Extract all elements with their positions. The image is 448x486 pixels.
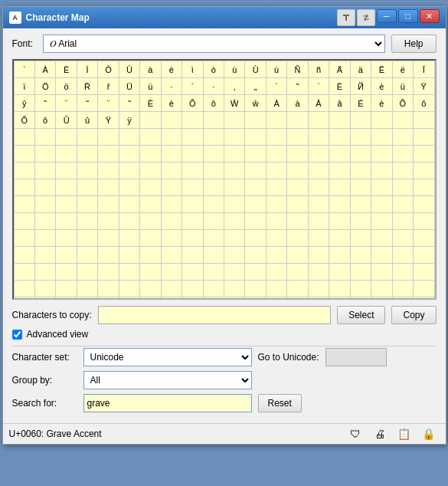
char-cell[interactable]: È	[329, 78, 350, 95]
char-cell[interactable]: ,	[224, 78, 245, 95]
char-cell[interactable]	[371, 264, 392, 281]
char-cell[interactable]	[371, 196, 392, 213]
char-cell[interactable]	[98, 146, 119, 163]
char-cell[interactable]	[267, 129, 287, 146]
char-cell[interactable]	[329, 146, 350, 163]
char-cell[interactable]	[162, 281, 182, 297]
char-cell[interactable]	[245, 163, 266, 179]
char-cell[interactable]	[371, 247, 392, 264]
char-cell[interactable]	[162, 297, 182, 298]
char-cell[interactable]	[414, 163, 434, 179]
char-cell[interactable]	[56, 146, 77, 163]
char-cell[interactable]: `	[15, 61, 35, 78]
char-cell[interactable]	[140, 163, 161, 179]
char-cell[interactable]: ŵ	[245, 95, 266, 112]
char-cell[interactable]	[414, 129, 434, 146]
char-cell[interactable]	[351, 179, 371, 196]
char-cell[interactable]	[371, 179, 392, 196]
char-cell[interactable]: è	[162, 61, 182, 78]
char-cell[interactable]	[224, 213, 245, 230]
char-cell[interactable]	[245, 146, 266, 163]
char-cell[interactable]: À	[267, 95, 287, 112]
char-cell[interactable]: `	[182, 78, 203, 95]
char-cell[interactable]: Ô	[182, 95, 203, 112]
copy-button[interactable]: Copy	[391, 306, 436, 324]
char-cell[interactable]	[329, 213, 350, 230]
char-cell[interactable]	[329, 230, 350, 247]
close-button[interactable]: ✕	[420, 9, 440, 23]
char-cell[interactable]	[162, 264, 182, 281]
char-cell[interactable]	[414, 179, 434, 196]
char-cell[interactable]	[224, 297, 245, 298]
char-cell[interactable]	[287, 196, 308, 213]
char-cell[interactable]	[119, 163, 140, 179]
char-cell[interactable]	[329, 297, 350, 298]
char-cell[interactable]: Û	[56, 112, 77, 129]
char-cell[interactable]	[119, 196, 140, 213]
char-cell[interactable]	[56, 247, 77, 264]
char-cell[interactable]: Ñ	[287, 61, 308, 78]
char-cell[interactable]	[140, 146, 161, 163]
char-cell[interactable]	[329, 163, 350, 179]
char-cell[interactable]	[77, 247, 98, 264]
char-cell[interactable]	[309, 196, 329, 213]
char-cell[interactable]	[204, 247, 224, 264]
char-cell[interactable]	[162, 163, 182, 179]
char-cell[interactable]: ·	[204, 78, 224, 95]
char-cell[interactable]: `	[267, 78, 287, 95]
char-cell[interactable]	[309, 146, 329, 163]
char-cell[interactable]	[393, 297, 414, 298]
char-cell[interactable]: ö	[56, 78, 77, 95]
char-cell[interactable]	[98, 179, 119, 196]
char-cell[interactable]	[267, 230, 287, 247]
char-cell[interactable]	[245, 264, 266, 281]
char-cell[interactable]	[414, 196, 434, 213]
char-cell[interactable]: Ÿ	[98, 112, 119, 129]
char-cell[interactable]: ¨	[56, 95, 77, 112]
char-cell[interactable]	[309, 163, 329, 179]
char-cell[interactable]	[98, 163, 119, 179]
char-cell[interactable]: ë	[393, 61, 414, 78]
char-cell[interactable]	[15, 163, 35, 179]
char-cell[interactable]: Ÿ	[414, 78, 434, 95]
char-cell[interactable]	[15, 297, 35, 298]
char-cell[interactable]	[414, 297, 434, 298]
char-cell[interactable]	[204, 146, 224, 163]
char-cell[interactable]	[351, 297, 371, 298]
char-cell[interactable]	[98, 247, 119, 264]
char-cell[interactable]: ì	[182, 61, 203, 78]
char-cell[interactable]: à	[140, 61, 161, 78]
char-cell[interactable]: ô	[414, 95, 434, 112]
char-cell[interactable]	[162, 196, 182, 213]
char-cell[interactable]: ü	[140, 78, 161, 95]
char-cell[interactable]	[35, 179, 56, 196]
char-cell[interactable]	[140, 247, 161, 264]
char-cell[interactable]	[287, 281, 308, 297]
char-cell[interactable]	[267, 297, 287, 298]
char-cell[interactable]	[15, 281, 35, 297]
char-cell[interactable]	[393, 213, 414, 230]
char-cell[interactable]	[140, 129, 161, 146]
char-cell[interactable]: `	[309, 78, 329, 95]
char-cell[interactable]	[98, 213, 119, 230]
char-cell[interactable]	[119, 247, 140, 264]
char-cell[interactable]	[162, 247, 182, 264]
char-cell[interactable]: ä	[351, 61, 371, 78]
char-cell[interactable]	[309, 179, 329, 196]
char-cell[interactable]	[162, 146, 182, 163]
char-cell[interactable]	[182, 247, 203, 264]
char-cell[interactable]: è	[371, 95, 392, 112]
char-cell[interactable]	[329, 281, 350, 297]
char-cell[interactable]	[204, 264, 224, 281]
char-cell[interactable]	[267, 281, 287, 297]
char-cell[interactable]	[56, 230, 77, 247]
toolbar-pin-btn[interactable]	[337, 9, 355, 26]
char-cell[interactable]	[204, 281, 224, 297]
char-cell[interactable]	[267, 146, 287, 163]
char-cell[interactable]	[287, 112, 308, 129]
char-cell[interactable]	[98, 297, 119, 298]
char-cell[interactable]: ñ	[309, 61, 329, 78]
char-cell[interactable]	[287, 297, 308, 298]
char-cell[interactable]	[329, 196, 350, 213]
char-cell[interactable]	[140, 281, 161, 297]
